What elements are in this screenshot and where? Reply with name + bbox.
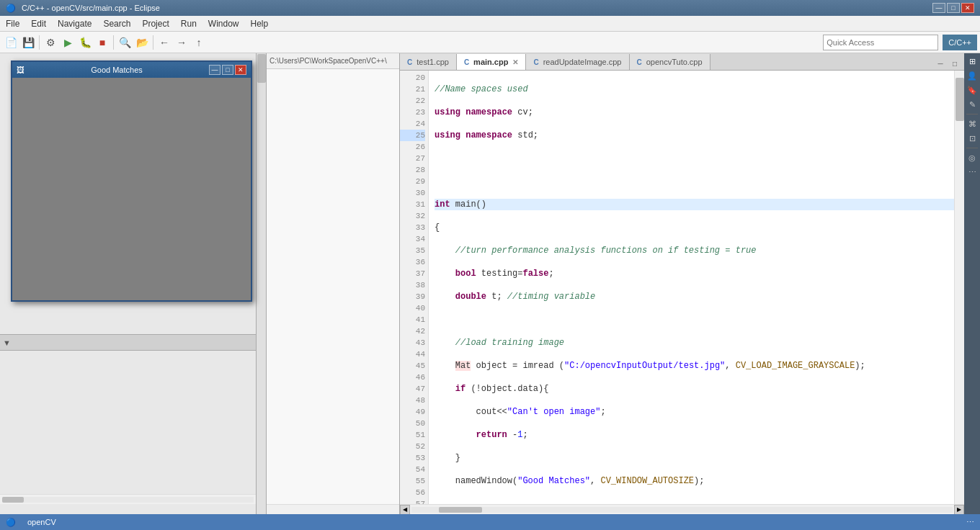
path-bar: C:\Users\PC\WorkSpaceOpenVC++\ bbox=[267, 53, 399, 69]
menu-bar: File Edit Navigate Search Project Run Wi… bbox=[0, 16, 980, 32]
rs-divider2 bbox=[966, 148, 978, 148]
code-line-24 bbox=[435, 176, 954, 187]
open-button[interactable]: 📂 bbox=[134, 35, 150, 50]
line-num: 44 bbox=[400, 349, 425, 360]
line-num: 23 bbox=[400, 107, 425, 118]
line-num: 29 bbox=[400, 176, 425, 187]
floating-minimize-button[interactable]: — bbox=[209, 65, 220, 75]
floating-window-icon: 🖼 bbox=[17, 66, 24, 74]
hscroll-left-btn[interactable]: ◀ bbox=[400, 505, 410, 515]
rs-icon-6[interactable]: ⊡ bbox=[966, 132, 979, 145]
code-line-32: Mat object = imread ("C:/opencvInputOutp… bbox=[435, 360, 954, 372]
maximize-editor-button[interactable]: □ bbox=[948, 57, 961, 70]
left-panel-scrollbar[interactable] bbox=[256, 53, 266, 514]
tab-label: main.cpp bbox=[473, 58, 508, 66]
menu-file[interactable]: File bbox=[0, 17, 25, 30]
floating-close-button[interactable]: ✕ bbox=[235, 65, 246, 75]
quick-access-input[interactable] bbox=[823, 35, 938, 50]
minimize-button[interactable]: — bbox=[932, 3, 945, 13]
rs-icon-5[interactable]: ⌘ bbox=[966, 117, 979, 130]
code-line-34: cout<<"Can't open image"; bbox=[435, 406, 954, 418]
editor-tabs: C test1.cpp C main.cpp ✕ C readUpdateIma… bbox=[400, 53, 964, 71]
line-num: 46 bbox=[400, 372, 425, 383]
left-panel-lower-tab[interactable]: ▼ bbox=[3, 338, 11, 347]
rs-icon-1[interactable]: ⊞ bbox=[966, 55, 979, 68]
code-line-31: //load training image bbox=[435, 337, 954, 349]
tab-icon: C bbox=[464, 58, 469, 66]
line-num: 52 bbox=[400, 441, 425, 452]
rs-icon-4[interactable]: ✎ bbox=[966, 98, 979, 111]
vscroll-thumb[interactable] bbox=[956, 78, 964, 121]
up-button[interactable]: ↑ bbox=[191, 35, 207, 50]
menu-run[interactable]: Run bbox=[175, 17, 202, 30]
right-sidebar: ⊞ 👤 🔖 ✎ ⌘ ⊡ ◎ ⋯ bbox=[964, 53, 980, 514]
line-num: 34 bbox=[400, 233, 425, 245]
menu-window[interactable]: Window bbox=[202, 17, 245, 30]
line-num: 20 bbox=[400, 72, 425, 84]
line-num: 39 bbox=[400, 291, 425, 302]
floating-maximize-button[interactable]: □ bbox=[222, 65, 233, 75]
save-button[interactable]: 💾 bbox=[20, 35, 36, 50]
tab-icon: C bbox=[533, 58, 538, 66]
good-matches-window: 🖼 Good Matches — □ ✕ bbox=[11, 60, 252, 302]
close-button[interactable]: ✕ bbox=[961, 3, 974, 13]
prev-button[interactable]: ← bbox=[156, 35, 172, 50]
toolbar-sep2 bbox=[113, 35, 114, 50]
rs-icon-3[interactable]: 🔖 bbox=[966, 84, 979, 96]
new-button[interactable]: 📄 bbox=[3, 35, 19, 50]
rs-icon-7[interactable]: ◎ bbox=[966, 151, 979, 164]
code-editor[interactable]: //Name spaces used using namespace cv; u… bbox=[429, 71, 954, 504]
editor-tab-controls: ─ □ bbox=[934, 57, 964, 70]
menu-navigate[interactable]: Navigate bbox=[52, 17, 97, 30]
line-num: 51 bbox=[400, 429, 425, 441]
tab-test1cpp[interactable]: C test1.cpp bbox=[400, 54, 457, 70]
line-num: 57 bbox=[400, 498, 425, 504]
code-line-25: int main() bbox=[435, 199, 954, 210]
code-hscrollbar[interactable]: ◀ ▶ bbox=[400, 504, 964, 514]
line-num: 56 bbox=[400, 487, 425, 498]
rs-icon-8[interactable]: ⋯ bbox=[966, 166, 979, 179]
left-scrollbar-thumb[interactable] bbox=[257, 54, 266, 83]
stop-button[interactable]: ■ bbox=[94, 35, 110, 50]
line-num: 55 bbox=[400, 475, 425, 487]
menu-edit[interactable]: Edit bbox=[25, 17, 52, 30]
run-button[interactable]: ▶ bbox=[60, 35, 76, 50]
middle-hscrollbar[interactable] bbox=[267, 504, 399, 514]
code-line-26: { bbox=[435, 222, 954, 233]
search-button[interactable]: 🔍 bbox=[117, 35, 133, 50]
code-vscrollbar[interactable] bbox=[954, 71, 964, 504]
left-hscroll-thumb[interactable] bbox=[2, 497, 24, 503]
left-hscroll-track bbox=[2, 497, 254, 503]
build-button[interactable]: ⚙ bbox=[43, 35, 58, 50]
floating-window-title: Good Matches bbox=[91, 66, 143, 74]
perspective-button[interactable]: C/C++ bbox=[943, 35, 977, 50]
next-button[interactable]: → bbox=[174, 35, 190, 50]
left-panel-hscrollbar[interactable] bbox=[0, 494, 256, 504]
menu-search[interactable]: Search bbox=[97, 17, 136, 30]
menu-project[interactable]: Project bbox=[136, 17, 174, 30]
debug-button[interactable]: 🐛 bbox=[77, 35, 93, 50]
middle-content bbox=[267, 69, 399, 504]
line-num: 50 bbox=[400, 418, 425, 429]
code-line-23 bbox=[435, 153, 954, 164]
tab-readupdate[interactable]: C readUpdateImage.cpp bbox=[526, 54, 629, 70]
floating-window-title-bar: 🖼 Good Matches — □ ✕ bbox=[12, 62, 251, 78]
status-icon: 🔵 bbox=[6, 518, 16, 527]
tab-maincpp[interactable]: C main.cpp ✕ bbox=[457, 54, 527, 70]
status-more-icon: ⋯ bbox=[966, 518, 974, 527]
line-num: 25 bbox=[400, 130, 425, 141]
code-line-28: bool testing=false; bbox=[435, 268, 954, 279]
tab-icon: C bbox=[637, 58, 642, 66]
tab-close-button[interactable]: ✕ bbox=[512, 58, 518, 66]
line-num: 32 bbox=[400, 210, 425, 222]
rs-icon-2[interactable]: 👤 bbox=[966, 69, 979, 82]
hscroll-thumb[interactable] bbox=[439, 507, 482, 513]
line-num: 45 bbox=[400, 360, 425, 372]
hscroll-right-btn[interactable]: ▶ bbox=[954, 505, 964, 515]
code-line-29: double t; //timing variable bbox=[435, 291, 954, 302]
tab-opencvtuto[interactable]: C opencvTuto.cpp bbox=[630, 54, 710, 70]
floating-window-content bbox=[12, 78, 251, 300]
minimize-editor-button[interactable]: ─ bbox=[934, 57, 947, 70]
menu-help[interactable]: Help bbox=[245, 17, 275, 30]
maximize-button[interactable]: □ bbox=[947, 3, 960, 13]
